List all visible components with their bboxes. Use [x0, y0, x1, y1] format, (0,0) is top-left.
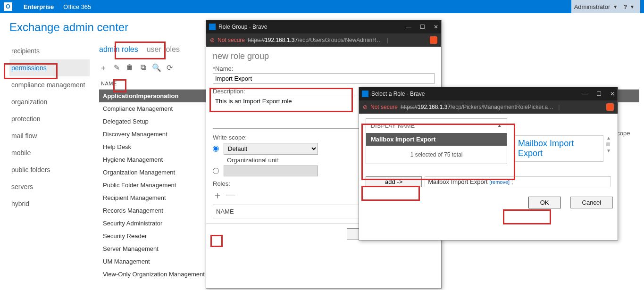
window-title: Role Group - Brave [218, 24, 267, 30]
sidenav-item-mobile[interactable]: mobile [9, 144, 90, 161]
scope-select[interactable]: Default [224, 143, 318, 155]
url-path: /ecp/UsersGroups/NewAdminR… [298, 37, 382, 43]
add-icon[interactable]: ＋ [99, 63, 108, 73]
picker-col-header[interactable]: DISPLAY NAME [371, 123, 415, 129]
roles-col-header: NAME [216, 208, 234, 215]
url-path: /ecp/Pickers/ManagementRolePicker.a… [451, 104, 553, 110]
url-text: https://192.168.1.37/ecp/UsersGroups/New… [248, 37, 382, 43]
not-secure-label: Not secure [217, 37, 245, 43]
maximize-icon[interactable]: ☐ [420, 24, 425, 30]
ok-button[interactable]: OK [528, 197, 561, 208]
close-icon[interactable]: ✕ [434, 24, 438, 30]
delete-icon[interactable]: 🗑 [125, 63, 134, 73]
favicon-icon [362, 91, 368, 97]
cancel-button[interactable]: Cancel [570, 197, 613, 208]
search-value: Mailbox Import Export [518, 139, 599, 158]
copy-icon[interactable]: ⧉ [139, 63, 147, 73]
sidenav-item-recipients[interactable]: recipients [9, 42, 90, 59]
ribbon-tab-office365[interactable]: Office 365 [59, 0, 96, 13]
refresh-icon[interactable]: ⟳ [165, 63, 174, 73]
dialog-heading: new role group [213, 51, 435, 61]
remove-role-icon[interactable]: — [226, 189, 235, 202]
name-label: *Name: [213, 65, 435, 72]
brave-icon [430, 36, 437, 44]
search-icon[interactable]: 🔍 [152, 63, 160, 73]
picked-roles: Mailbox Import Export [remove] ; [425, 176, 611, 187]
edit-icon[interactable]: ✎ [112, 63, 121, 73]
minimize-icon[interactable]: — [582, 91, 588, 97]
sort-icon[interactable]: ▲ [497, 123, 502, 129]
sidenav-item-compliance[interactable]: compliance management [9, 76, 90, 93]
top-ribbon: O Enterprise Office 365 Administrator ▼ … [0, 0, 644, 13]
warning-icon: ⊘ [363, 104, 368, 110]
add-role-icon[interactable]: ＋ [213, 189, 222, 202]
url-scheme: https:// [401, 104, 418, 110]
ou-label: Organizational unit: [227, 157, 280, 164]
window-titlebar: Role Group - Brave — ☐ ✕ [206, 20, 441, 33]
maximize-icon[interactable]: ☐ [596, 91, 602, 97]
ribbon-tab-enterprise[interactable]: Enterprise [19, 0, 59, 13]
sidenav-item-servers[interactable]: servers [9, 178, 90, 195]
warning-icon: ⊘ [210, 37, 215, 43]
sidenav-item-publicfolders[interactable]: public folders [9, 161, 90, 178]
url-scheme: https:// [248, 37, 265, 43]
minimize-icon[interactable]: — [406, 24, 411, 30]
url-bar: ⊘ Not secure https://192.168.1.37/ecp/Pi… [359, 100, 618, 114]
office-logo-icon: O [4, 2, 12, 11]
dialog-select-role: Select a Role - Brave — ☐ ✕ ⊘ Not secure… [359, 87, 618, 240]
user-label: Administrator [574, 3, 611, 10]
name-input[interactable] [213, 73, 435, 84]
favicon-icon [209, 24, 216, 30]
picker-row-selected[interactable]: Mailbox Import Export [366, 133, 507, 146]
url-host: 192.168.1.37 [265, 37, 298, 43]
ou-input[interactable] [224, 166, 318, 176]
help-icon[interactable]: ? [623, 3, 627, 10]
brave-icon [606, 103, 614, 111]
sidenav-item-organization[interactable]: organization [9, 93, 90, 110]
sidenav-item-permissions[interactable]: permissions [9, 59, 90, 76]
picked-role-label: Mailbox Import Export [428, 178, 487, 185]
window-titlebar: Select a Role - Brave — ☐ ✕ [359, 87, 618, 100]
sidenav-item-hybrid[interactable]: hybrid [9, 195, 90, 212]
tab-user-roles[interactable]: user roles [147, 43, 180, 56]
url-host: 192.168.1.37 [418, 104, 451, 110]
url-bar: ⊘ Not secure https://192.168.1.37/ecp/Us… [206, 33, 441, 47]
remove-link[interactable]: [remove] [489, 179, 510, 185]
scope-default-radio[interactable] [213, 146, 219, 152]
chevron-down-icon: ▼ [613, 4, 618, 9]
sidenav-item-protection[interactable]: protection [9, 110, 90, 127]
search-result-box[interactable]: Mailbox Import Export [514, 135, 603, 162]
selection-count: 1 selected of 75 total [366, 146, 507, 164]
tab-admin-roles[interactable]: admin roles [99, 43, 138, 56]
scroll-indicator: ▲▼ [606, 135, 611, 153]
close-icon[interactable]: ✕ [610, 91, 615, 97]
role-picker-table: DISPLAY NAME ▲ Mailbox Import Export 1 s… [366, 118, 507, 164]
chevron-down-icon: ▼ [630, 4, 635, 9]
window-title: Select a Role - Brave [371, 91, 425, 97]
side-nav: recipients permissions compliance manage… [0, 39, 94, 281]
url-text: https://192.168.1.37/ecp/Pickers/Managem… [401, 104, 553, 110]
sidenav-item-mailflow[interactable]: mail flow [9, 127, 90, 144]
user-menu[interactable]: Administrator ▼ ? ▼ [571, 0, 640, 13]
add-button[interactable]: add -> [366, 176, 422, 187]
not-secure-label: Not secure [370, 104, 398, 110]
scope-ou-radio[interactable] [213, 168, 219, 174]
